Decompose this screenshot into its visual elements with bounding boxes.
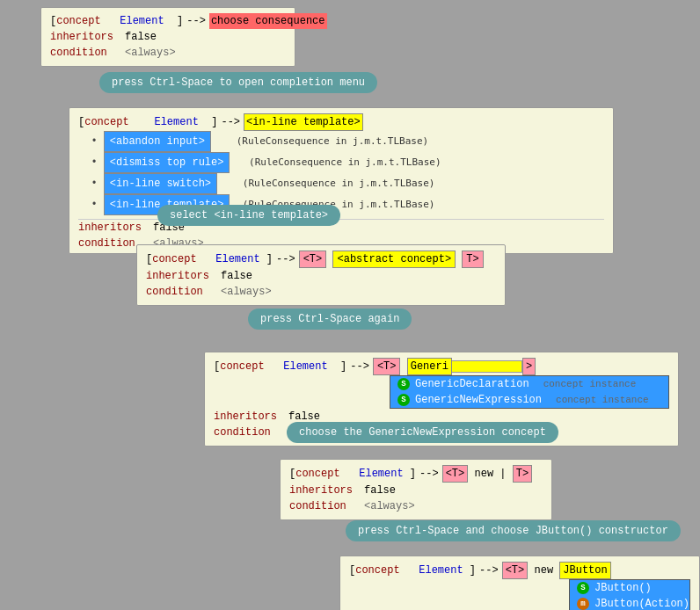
concept-keyword-6: concept [355, 563, 399, 578]
inheritors-value-1: false [125, 29, 157, 45]
panel-4-line1: [ concept Element ] --> <T> Generi > [214, 358, 669, 375]
T2-label-5: T> [513, 465, 532, 483]
panel-5-line3: condition <always> [289, 498, 543, 514]
dropdown-item-1[interactable]: <dismiss top rule> [104, 152, 230, 173]
inheritors-value-5: false [364, 483, 396, 498]
concept-keyword-2: concept [84, 114, 128, 130]
dropdown-text-4-1: GenericNewExpression [415, 394, 542, 406]
icon-m-jb1: m [577, 598, 589, 610]
condition-label-5: condition [289, 498, 364, 514]
callout-2: select <in-line template> [157, 205, 340, 226]
panel-1: [ concept Element ] --> choose consequen… [40, 7, 295, 67]
panel-2-container: [ concept Element ] --> <in-line templat… [69, 107, 614, 254]
T-label-4: <T> [373, 358, 401, 375]
jbutton-dropdown-6: S JButton() m JButton(Action) [569, 579, 690, 610]
panel-3-line1: [ concept Element ] --> <T> <abstract co… [146, 251, 496, 268]
element-keyword-1: Element [120, 13, 164, 29]
panel-3-line2: inheritors false [146, 268, 496, 284]
arrow-1: --> [186, 13, 206, 29]
panel-2-line6: inheritors false [78, 220, 604, 236]
dropdown-item-0[interactable]: <abandon input> [104, 131, 211, 152]
concept-keyword-1: concept [56, 13, 100, 29]
condition-label-4: condition [214, 425, 288, 440]
callout-5-text: press Ctrl-Space and choose JButton() co… [358, 525, 668, 537]
dropdown-item-2[interactable]: <in-line switch> [104, 173, 217, 194]
callout-2-text: select <in-line template> [170, 209, 328, 221]
jbutton-text-1: JButton(Action) [594, 598, 689, 610]
T-label-5: <T> [442, 465, 469, 483]
T-label-3: <T> [299, 251, 327, 268]
T-label-6: <T> [502, 562, 529, 579]
panel-2: [ concept Element ] --> <in-line templat… [69, 107, 614, 254]
element-keyword-2: Element [154, 114, 198, 130]
callout-4: choose the GenericNewExpression concept [287, 422, 558, 443]
icon-s-jb0: S [577, 582, 589, 594]
inheritors-value-3: false [221, 268, 252, 284]
dropdown-type-4-0: concept instance [543, 379, 637, 389]
icon-s-0: S [397, 378, 410, 390]
panel-1-line1: [ concept Element ] --> choose consequen… [50, 13, 286, 29]
callout-1-text: press Ctrl-Space to open completion menu [112, 76, 365, 89]
panel-1-line3: condition <always> [50, 45, 286, 61]
callout-5: press Ctrl-Space and choose JButton() co… [346, 520, 681, 541]
element-keyword-4: Element [283, 359, 327, 374]
T2-label-3: T> [462, 251, 483, 268]
selected-template-2: <in-line template> [244, 113, 363, 131]
jbutton-label-6[interactable]: JButton [559, 562, 610, 579]
inheritors-label-4: inheritors [214, 409, 288, 425]
inheritors-label-5: inheritors [289, 483, 364, 498]
condition-value-3: <always> [221, 284, 272, 300]
concept-keyword-4: concept [220, 359, 264, 374]
condition-value-1: <always> [125, 45, 176, 61]
condition-value-5: <always> [364, 498, 415, 514]
abstract-label-3: <abstract concept> [332, 251, 456, 268]
concept-keyword-5: concept [295, 466, 339, 482]
panel-5-line2: inheritors false [289, 483, 543, 498]
panel-2-line2: • <abandon input> (RuleConsequence in j.… [78, 131, 604, 152]
panel-6: [ concept Element ] --> <T> new JButton … [339, 556, 700, 610]
concept-keyword-3: concept [152, 251, 196, 267]
callout-4-text: choose the GenericNewExpression concept [299, 426, 546, 439]
callout-1: press Ctrl-Space to open completion menu [99, 72, 377, 93]
callout-3-text: press Ctrl-Space again [260, 313, 399, 325]
jbutton-item-0[interactable]: S JButton() [570, 580, 689, 596]
jbutton-text-0: JButton() [594, 582, 652, 594]
panel-5-line1: [ concept Element ] --> <T> new | T> [289, 465, 543, 483]
consequence-placeholder-1: choose consequence [209, 13, 327, 29]
icon-s-1: S [397, 394, 410, 406]
pipe-5: | [499, 466, 506, 482]
inheritors-label-2: inheritors [78, 220, 153, 236]
panel-6-line1: [ concept Element ] --> <T> new JButton [349, 562, 690, 579]
completion-dropdown-4: S GenericDeclaration concept instance S … [390, 375, 669, 409]
new-label-6: new [534, 563, 553, 578]
element-keyword-6: Element [419, 563, 463, 578]
dropdown-item-4-1[interactable]: S GenericNewExpression concept instance [390, 392, 668, 408]
dropdown-item-4-0[interactable]: S GenericDeclaration concept instance [390, 376, 668, 392]
new-label-5: new [474, 466, 493, 482]
panel-1-line2: inheritors false [50, 29, 286, 45]
panel-2-line3: • <dismiss top rule> (RuleConsequence in… [78, 152, 604, 173]
condition-label-3: condition [146, 284, 221, 300]
inheritors-label-1: inheritors [50, 29, 125, 45]
panel-2-line1: [ concept Element ] --> <in-line templat… [78, 113, 604, 131]
input-field-4[interactable]: Generi [407, 358, 452, 375]
condition-label-1: condition [50, 45, 125, 61]
panel-3-line3: condition <always> [146, 284, 496, 300]
panel-2-line4: • <in-line switch> (RuleConsequence in j… [78, 173, 604, 194]
element-keyword-3: Element [215, 251, 259, 267]
element-keyword-5: Element [359, 466, 403, 482]
inheritors-label-3: inheritors [146, 268, 221, 284]
panel-5: [ concept Element ] --> <T> new | T> inh… [280, 459, 552, 520]
panel-3: [ concept Element ] --> <T> <abstract co… [136, 244, 506, 306]
dropdown-text-4-0: GenericDeclaration [415, 378, 529, 390]
panel-6-container: [ concept Element ] --> <T> new JButton … [339, 556, 700, 610]
callout-3: press Ctrl-Space again [248, 309, 412, 330]
jbutton-item-1[interactable]: m JButton(Action) [570, 596, 689, 610]
bracket-close-4: > [522, 358, 536, 375]
dropdown-type-4-1: concept instance [556, 395, 649, 405]
